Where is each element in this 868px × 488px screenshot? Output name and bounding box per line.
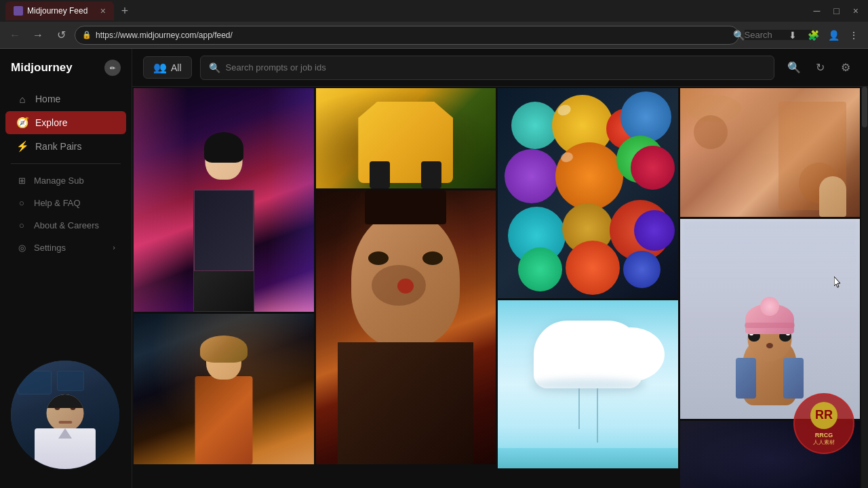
url-text: https://www.midjourney.com/app/feed/	[96, 30, 233, 40]
search-icon: 🔍	[209, 62, 220, 73]
downloads-button[interactable]: ⬇	[784, 26, 802, 44]
extensions-button[interactable]: 🧩	[804, 26, 822, 44]
watermark-text1: RRCG	[815, 432, 833, 439]
rank-icon: ⚡	[16, 140, 28, 152]
profile-button[interactable]: 👤	[825, 26, 842, 44]
gallery-item-dress[interactable]	[680, 88, 861, 217]
new-tab-button[interactable]: +	[117, 3, 133, 19]
sidebar-item-rank-label: Rank Pairs	[35, 141, 81, 152]
sidebar-divider	[11, 163, 121, 164]
scrollbar[interactable]	[861, 87, 868, 488]
sidebar: Midjourney ✏ ⌂ Home 🧭 Explore ⚡ Rank Pai…	[0, 49, 132, 488]
manage-icon: ⊞	[16, 175, 27, 186]
browser-search-input[interactable]	[745, 30, 812, 40]
topbar: 👥 All 🔍 🔍 ↻ ⚙	[132, 49, 868, 87]
nav-right-buttons: ☆ 🔍 ⬇ 🧩 👤 ⋮	[743, 26, 863, 44]
topbar-icon-buttons: 🔍 ↻ ⚙	[783, 56, 857, 79]
gallery-col-2	[498, 88, 678, 488]
tab-bar: Midjourney Feed × +	[5, 1, 806, 20]
reload-icon: ↺	[57, 28, 66, 41]
edit-icon[interactable]: ✏	[104, 60, 121, 76]
tab-close-button[interactable]: ×	[100, 5, 106, 16]
help-icon: ○	[16, 197, 27, 208]
main-content: 👥 All 🔍 🔍 ↻ ⚙	[132, 49, 868, 488]
sidebar-item-help[interactable]: ○ Help & FAQ	[5, 192, 126, 214]
sidebar-item-rank-pairs[interactable]: ⚡ Rank Pairs	[5, 135, 126, 158]
forward-button[interactable]: →	[28, 26, 47, 45]
sidebar-nav: ⌂ Home 🧭 Explore ⚡ Rank Pairs ⊞ Manage S…	[0, 87, 132, 350]
settings-icon: ◎	[16, 242, 27, 253]
user-avatar-section	[0, 350, 132, 480]
topbar-settings-icon: ⚙	[841, 61, 850, 74]
tab-favicon	[14, 6, 23, 16]
back-button[interactable]: ←	[5, 26, 24, 45]
masonry-grid	[134, 88, 860, 488]
watermark-text2: 人人素材	[813, 439, 835, 446]
gallery-col-0	[134, 88, 314, 488]
forward-icon: →	[33, 29, 43, 41]
sidebar-item-manage-label: Manage Sub	[34, 176, 84, 186]
settings-arrow-icon: ›	[113, 243, 115, 251]
sidebar-item-explore[interactable]: 🧭 Explore	[5, 111, 126, 134]
search-box[interactable]: 🔍	[200, 56, 774, 80]
menu-button[interactable]: ⋮	[845, 26, 863, 44]
gallery-item-bubbles[interactable]	[498, 88, 678, 298]
gallery-item-girl2[interactable]	[134, 314, 314, 464]
sidebar-item-home-label: Home	[35, 94, 60, 104]
gallery-item-clown[interactable]	[316, 190, 496, 464]
all-filter-button[interactable]: 👥 All	[143, 56, 192, 79]
address-bar[interactable]: 🔒 https://www.midjourney.com/app/feed/	[75, 26, 739, 45]
all-icon: 👥	[153, 61, 167, 74]
about-icon: ○	[16, 220, 27, 230]
all-label: All	[171, 62, 182, 73]
sidebar-item-manage-sub[interactable]: ⊞ Manage Sub	[5, 169, 126, 191]
window-controls: ─ □ ×	[809, 4, 863, 18]
topbar-search-button[interactable]: 🔍	[783, 56, 806, 79]
title-bar: Midjourney Feed × + ─ □ ×	[0, 0, 868, 22]
gallery-item-cyber-girl[interactable]	[134, 88, 314, 312]
explore-icon: 🧭	[16, 117, 28, 129]
topbar-refresh-icon: ↻	[816, 61, 825, 74]
reload-button[interactable]: ↺	[52, 26, 71, 45]
active-tab[interactable]: Midjourney Feed ×	[5, 1, 114, 20]
maximize-button[interactable]: □	[829, 4, 843, 18]
back-icon: ←	[9, 29, 20, 41]
sidebar-logo: Midjourney ✏	[0, 57, 132, 87]
watermark-logo: RR	[810, 402, 837, 429]
search-input[interactable]	[226, 62, 766, 73]
browser-window: Midjourney Feed × + ─ □ × ← → ↺ 🔒 https:…	[0, 0, 868, 49]
gallery-container[interactable]	[132, 87, 861, 488]
navigation-bar: ← → ↺ 🔒 https://www.midjourney.com/app/f…	[0, 22, 868, 49]
topbar-settings-button[interactable]: ⚙	[834, 56, 857, 79]
sidebar-item-home[interactable]: ⌂ Home	[5, 87, 126, 110]
close-button[interactable]: ×	[849, 4, 863, 18]
gallery-item-cloud[interactable]	[498, 300, 678, 468]
lock-icon: 🔒	[82, 30, 92, 39]
home-icon: ⌂	[16, 93, 28, 105]
scrollbar-thumb[interactable]	[862, 87, 867, 127]
gallery-item-yellow[interactable]	[316, 88, 496, 188]
sidebar-item-settings[interactable]: ◎ Settings ›	[5, 237, 126, 258]
sidebar-logo-text: Midjourney	[11, 61, 73, 75]
sidebar-item-help-label: Help & FAQ	[34, 198, 81, 208]
gallery-item-squirrel[interactable]	[680, 219, 861, 419]
sidebar-item-about[interactable]: ○ About & Careers	[5, 214, 126, 236]
tab-title: Midjourney Feed	[27, 6, 87, 16]
sidebar-item-about-label: About & Careers	[34, 220, 99, 230]
watermark-circle: RR RRCG 人人素材	[793, 393, 854, 454]
gallery-col-1	[316, 88, 496, 488]
minimize-button[interactable]: ─	[809, 4, 824, 18]
sidebar-item-settings-label: Settings	[34, 243, 66, 253]
sidebar-item-explore-label: Explore	[35, 117, 67, 128]
app-container: Midjourney ✏ ⌂ Home 🧭 Explore ⚡ Rank Pai…	[0, 49, 868, 488]
watermark: RR RRCG 人人素材	[793, 393, 854, 454]
topbar-search-icon: 🔍	[787, 61, 801, 74]
topbar-refresh-button[interactable]: ↻	[808, 56, 831, 79]
browser-search-button[interactable]: 🔍	[764, 26, 781, 44]
content-area	[132, 87, 868, 488]
user-avatar[interactable]	[11, 361, 119, 469]
